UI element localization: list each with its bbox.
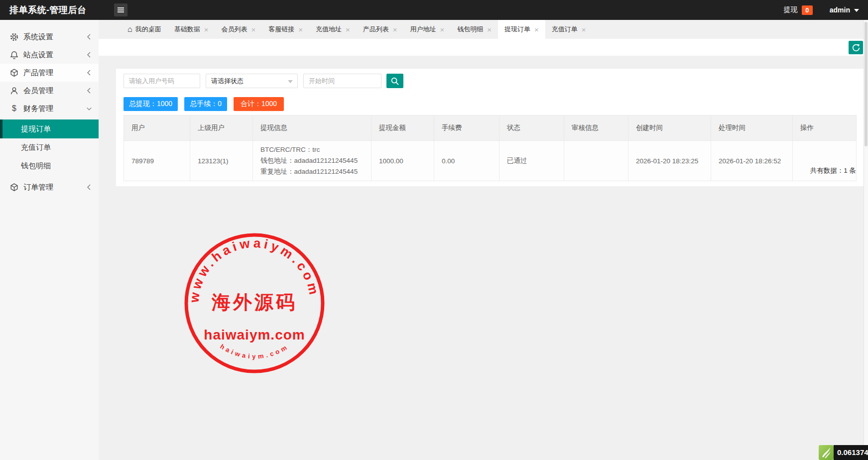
sidebar-item-product-management[interactable]: 产品管理 bbox=[0, 64, 99, 82]
bell-icon bbox=[9, 50, 19, 60]
chevron-down-icon bbox=[86, 105, 92, 112]
stamp-circle bbox=[186, 235, 323, 371]
tab-withdraw-orders[interactable]: 提现订单 bbox=[498, 20, 545, 39]
withdraw-notice-button[interactable]: 提现 0 bbox=[784, 5, 813, 15]
cell-amount: 1000.00 bbox=[372, 141, 434, 181]
sidebar-subitem-recharge-orders[interactable]: 充值订单 bbox=[0, 138, 99, 157]
cell-user: 789789 bbox=[124, 141, 190, 181]
stamp-middle-text: haiwaiym.com bbox=[204, 327, 305, 343]
col-audit-info: 审核信息 bbox=[564, 115, 628, 141]
sidebar-subitem-label: 钱包明细 bbox=[21, 161, 51, 171]
withdraw-count-badge: 0 bbox=[802, 5, 813, 15]
svg-text:haiwaiym.com: haiwaiym.com bbox=[219, 343, 290, 360]
cell-parent-user: 123123(1) bbox=[190, 141, 253, 181]
cell-processed: 2026-01-20 18:26:52 bbox=[711, 141, 793, 181]
tab-label: 充值订单 bbox=[552, 25, 578, 34]
svg-text:www.haiwaiym.com: www.haiwaiym.com bbox=[186, 235, 322, 304]
sidebar-subitem-wallet-details[interactable]: 钱包明细 bbox=[0, 157, 99, 175]
sidebar-item-system-settings[interactable]: 系统设置 bbox=[0, 28, 99, 46]
admin-app: 排单系统-管理后台 提现 0 admin 系统设置 bbox=[0, 0, 868, 460]
tab-member-list[interactable]: 会员列表 bbox=[215, 20, 262, 39]
tab-toolbar bbox=[99, 39, 868, 56]
hamburger-icon[interactable] bbox=[114, 3, 127, 16]
tab-label: 用户地址 bbox=[410, 25, 436, 34]
withdraw-label: 提现 bbox=[784, 5, 798, 14]
sidebar-item-site-settings[interactable]: 站点设置 bbox=[0, 46, 99, 64]
cell-status: 已通过 bbox=[499, 141, 564, 181]
info-repeat-address: 重复地址：adadad12121245445 bbox=[260, 166, 371, 177]
user-number-input[interactable] bbox=[124, 74, 200, 88]
topbar: 排单系统-管理后台 提现 0 admin bbox=[0, 0, 868, 20]
chevron-left-icon bbox=[86, 51, 92, 58]
cell-created: 2026-01-20 18:23:25 bbox=[628, 141, 711, 181]
close-icon[interactable] bbox=[487, 26, 492, 33]
sidebar-subitem-label: 提现订单 bbox=[21, 124, 51, 134]
tab-desktop[interactable]: 我的桌面 bbox=[121, 20, 168, 39]
table-header-row: 用户 上级用户 提现信息 提现金额 手续费 状态 审核信息 创建时间 处理时间 … bbox=[124, 115, 857, 141]
col-withdraw-info: 提现信息 bbox=[253, 115, 372, 141]
close-icon[interactable] bbox=[251, 26, 255, 33]
cell-fee: 0.00 bbox=[434, 141, 499, 181]
svg-text:$: $ bbox=[12, 104, 16, 113]
start-time-input[interactable] bbox=[303, 74, 381, 88]
trace-bar: 0.061374s bbox=[819, 445, 868, 460]
tab-basic-data[interactable]: 基础数据 bbox=[168, 20, 215, 39]
close-icon[interactable] bbox=[298, 26, 303, 33]
sidebar-item-label: 产品管理 bbox=[23, 68, 53, 78]
sidebar: 系统设置 站点设置 产品管理 bbox=[0, 20, 99, 460]
watermark-stamp: www.haiwaiym.com 海外源码 haiwaiym.com haiwa… bbox=[182, 230, 327, 376]
withdraw-orders-panel: 请选择状态 总提现：1000 总手续：0 合计：1000 共有数据：1 条 bbox=[116, 69, 864, 186]
filter-row: 请选择状态 bbox=[124, 69, 857, 88]
total-withdraw-stat[interactable]: 总提现：1000 bbox=[124, 97, 178, 111]
chevron-left-icon bbox=[86, 87, 92, 94]
record-count: 共有数据：1 条 bbox=[810, 166, 856, 175]
refresh-button[interactable] bbox=[849, 41, 863, 54]
tab-user-address[interactable]: 用户地址 bbox=[404, 20, 451, 39]
info-chain: BTC/ERC/TRC：trc bbox=[260, 144, 371, 155]
dollar-icon: $ bbox=[9, 104, 19, 114]
scrollbar-thumb[interactable] bbox=[865, 22, 868, 146]
col-processed-time: 处理时间 bbox=[711, 115, 793, 141]
tab-recharge-orders[interactable]: 充值订单 bbox=[545, 20, 593, 39]
refresh-icon bbox=[852, 43, 861, 52]
close-icon[interactable] bbox=[534, 26, 539, 33]
sidebar-item-label: 会员管理 bbox=[23, 86, 53, 96]
sidebar-item-finance-management[interactable]: $ 财务管理 bbox=[0, 100, 99, 117]
user-menu[interactable]: admin bbox=[830, 6, 859, 14]
gear-icon bbox=[9, 32, 19, 42]
search-button[interactable] bbox=[386, 74, 403, 88]
scrollbar-track bbox=[864, 20, 868, 460]
col-created-time: 创建时间 bbox=[628, 115, 711, 141]
username: admin bbox=[830, 6, 850, 14]
close-icon[interactable] bbox=[582, 26, 586, 33]
sidebar-item-member-management[interactable]: 会员管理 bbox=[0, 82, 99, 100]
cell-withdraw-info: BTC/ERC/TRC：trc 钱包地址：adadad12121245445 重… bbox=[253, 141, 372, 181]
tab-label: 产品列表 bbox=[363, 25, 389, 34]
sidebar-item-label: 站点设置 bbox=[23, 50, 53, 60]
cube-icon bbox=[9, 183, 19, 192]
info-wallet-address: 钱包地址：adadad12121245445 bbox=[260, 155, 371, 166]
sidebar-item-label: 系统设置 bbox=[23, 32, 53, 42]
tab-label: 基础数据 bbox=[174, 25, 200, 34]
status-select[interactable]: 请选择状态 bbox=[206, 74, 298, 88]
tab-service-link[interactable]: 客服链接 bbox=[262, 20, 309, 39]
thinkphp-logo-icon[interactable] bbox=[819, 445, 834, 460]
chevron-left-icon bbox=[86, 69, 92, 76]
total-sum-stat[interactable]: 合计：1000 bbox=[234, 97, 284, 111]
withdraw-orders-table: 用户 上级用户 提现信息 提现金额 手续费 状态 审核信息 创建时间 处理时间 … bbox=[124, 115, 857, 181]
close-icon[interactable] bbox=[393, 26, 397, 33]
close-icon[interactable] bbox=[440, 26, 445, 33]
stats-row: 总提现：1000 总手续：0 合计：1000 bbox=[124, 97, 857, 111]
close-icon[interactable] bbox=[204, 26, 209, 33]
tab-wallet-details[interactable]: 钱包明细 bbox=[451, 20, 498, 39]
sidebar-item-order-management[interactable]: 订单管理 bbox=[0, 178, 99, 196]
stamp-bottom-text: haiwaiym.com bbox=[219, 343, 290, 360]
chevron-down-icon bbox=[854, 9, 859, 14]
sidebar-subitem-withdraw-orders[interactable]: 提现订单 bbox=[0, 119, 99, 138]
close-icon[interactable] bbox=[346, 26, 350, 33]
search-icon bbox=[390, 77, 399, 86]
tab-recharge-address[interactable]: 充值地址 bbox=[309, 20, 357, 39]
tab-product-list[interactable]: 产品列表 bbox=[357, 20, 404, 39]
cube-icon bbox=[9, 68, 19, 78]
total-fee-stat[interactable]: 总手续：0 bbox=[184, 97, 227, 111]
